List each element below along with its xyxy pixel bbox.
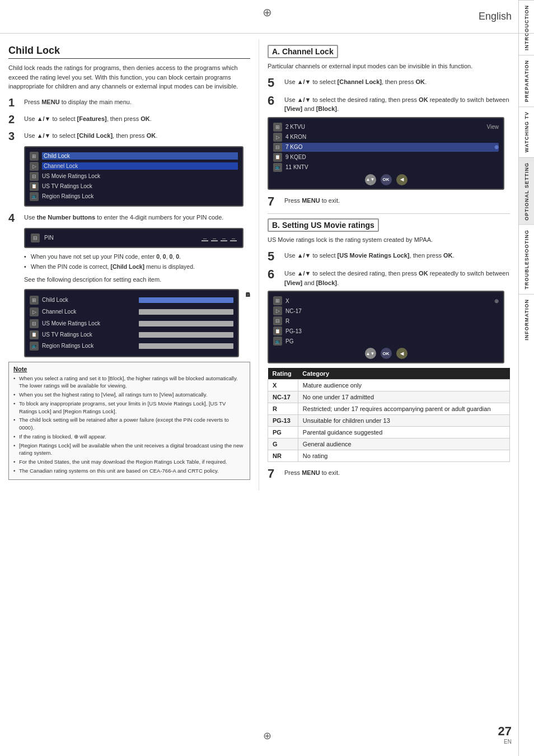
step-4: 4 Use the Number buttons to enter the 4-… [8,211,250,225]
note-box: Note When you select a rating and set it… [8,362,250,480]
header: ⊕ English [0,0,534,34]
us-movie-ratings-section: B. Setting US Movie ratings US Movie rat… [268,218,510,481]
note-title: Note [13,366,245,372]
step-7a-number: 7 [268,194,284,209]
pin-bullet-1: When you have not set up your PIN code, … [24,253,250,262]
category-nr: No rating [298,450,509,462]
table-row: NR No rating [268,450,510,462]
sidebar-tab-troubleshooting[interactable]: TROUBLESHOOTING [519,225,534,294]
step-1-text: Press MENU to display the main menu. [24,96,132,107]
us-movie-ratings-intro: US Movie ratings lock is the rating syst… [268,235,510,245]
step-4-text: Use the Number buttons to enter the 4-di… [24,211,223,222]
note-item-5: If the rating is blocked, ⊕ will appear. [13,433,245,441]
channel-lock-title: A. Channel Lock [268,45,338,58]
step-1: 1 Press MENU to display the main menu. [8,96,250,109]
note-item-3: To block any inappropriate programs, set… [13,400,245,416]
us-movie-step-5: 5 Use ▲/▼ to select [US Movie Ratings Lo… [268,249,510,264]
step-3-number: 3 [8,129,24,143]
bottom-compass-icon: ⊕ [263,730,271,742]
table-row: PG Parental guidance suggested [268,427,510,438]
main-content: Child Lock Child lock reads the ratings … [0,34,518,496]
us-step-6-number: 6 [268,267,284,282]
nav-button-2: ▲▼ [365,348,376,359]
channel-lock-section: A. Channel Lock Particular channels or e… [268,45,510,209]
category-pg: Parental guidance suggested [298,427,509,438]
note-item-7: For the United States, the unit may down… [13,458,245,466]
sidebar-tabs: INTRODUCTION PREPARATION WATCHING TV OPT… [518,0,534,756]
page-number: 27 [498,724,512,739]
us-step-7-text: Press MENU to exit. [284,466,340,478]
labeled-menu: ⊞ Child Lock A ▷ Channel Lock B ⊟ US Mov… [24,289,250,357]
step-2-text: Use ▲/▼ to select [Features], then press… [24,113,152,124]
rating-pg13: PG-13 [268,415,298,427]
step-6-text: Use ▲/▼ to select the desired rating, th… [284,94,510,114]
table-row: NC-17 No one under 17 admitted [268,391,510,403]
rating-header: Rating [268,368,298,380]
rating-x: X [268,380,298,391]
rating-g: G [268,438,298,450]
step-5-text: Use ▲/▼ to select [Channel Lock], then p… [284,76,427,87]
step-3: 3 Use ▲/▼ to select [Child Lock], then p… [8,129,250,143]
note-item-8: The Canadian rating systems on this unit… [13,467,245,475]
step-3-text: Use ▲/▼ to select [Child Lock], then pre… [24,129,157,141]
table-row: X Mature audience only [268,380,510,391]
us-step-5-text: Use ▲/▼ to select [US Movie Ratings Lock… [284,249,455,260]
us-movie-step-6: 6 Use ▲/▼ to select the desired rating, … [268,267,510,287]
category-g: General audience [298,438,509,450]
menu-mockup-1: ⊞ Child Lock ▷ Channel Lock ⊟ US Movie R… [24,146,243,207]
channel-lock-step-6: 6 Use ▲/▼ to select the desired rating, … [268,94,510,114]
category-pg13: Unsuitable for children under 13 [298,415,509,427]
channel-lock-intro: Particular channels or external input mo… [268,62,510,71]
rating-table: Rating Category X Mature audience only N… [268,368,510,462]
us-movie-menu-mockup: ⊞ X ⊕ ▷ NC-17 ⊟ R 📋 PG-13 📺 [268,291,504,363]
left-column: Child Lock Child lock reads the ratings … [0,39,259,491]
category-nc17: No one under 17 admitted [298,391,509,403]
back-button-2: ◀ [396,348,407,359]
page-info: 27 EN [498,724,512,745]
table-row: G General audience [268,438,510,450]
note-item-1: When you select a rating and set it to [… [13,375,245,390]
channel-lock-step-5: 5 Use ▲/▼ to select [Channel Lock], then… [268,76,510,90]
us-step-5-number: 5 [268,249,284,264]
category-x: Mature audience only [298,380,509,391]
compass-icon: ⊕ [263,6,272,19]
nav-button: ▲▼ [365,174,376,185]
step-1-number: 1 [8,96,24,109]
rating-nr: NR [268,450,298,462]
table-row: PG-13 Unsuitable for children under 13 [268,415,510,427]
back-button: ◀ [396,174,407,185]
sidebar-tab-watching-tv[interactable]: WATCHING TV [519,106,534,157]
pin-bullet-2: When the PIN code is correct, [Child Loc… [24,263,250,272]
sidebar-tab-information[interactable]: INFORMATION [519,294,534,345]
sidebar-tab-preparation[interactable]: PREPARATION [519,55,534,106]
pin-mockup: ⊟ PIN – – – – [24,228,243,248]
channel-lock-menu-mockup: ⊞ 2 KTVU View ▷ 4 KRON ⊟ 7 KGO ⊕ 📋 9 KQE… [268,117,504,190]
sidebar-tab-optional-setting[interactable]: OPTIONAL SETTING [519,157,534,225]
note-item-4: The child lock setting will be retained … [13,416,245,432]
us-step-6-text: Use ▲/▼ to select the desired rating, th… [284,267,510,287]
step-6-number: 6 [268,94,284,108]
us-movie-step-7: 7 Press MENU to exit. [268,466,510,481]
step-4-number: 4 [8,211,24,225]
right-column: A. Channel Lock Particular channels or e… [259,39,518,491]
category-header: Category [298,368,509,380]
category-r: Restricted; under 17 requires accompanyi… [298,403,509,415]
table-row: R Restricted; under 17 requires accompan… [268,403,510,415]
see-following-text: See the following description for settin… [24,275,250,284]
note-list: When you select a rating and set it to [… [13,375,245,475]
us-step-7-number: 7 [268,466,284,481]
ok-button-2: OK [381,348,392,359]
rating-r: R [268,403,298,415]
ok-button: OK [381,174,392,185]
step-2-number: 2 [8,113,24,126]
step-7a-text: Press MENU to exit. [284,194,340,206]
child-lock-title: Child Lock [8,45,250,59]
pin-bullets: When you have not set up your PIN code, … [24,253,250,272]
note-item-6: [Region Ratings Lock] will be available … [13,442,245,458]
step-2: 2 Use ▲/▼ to select [Features], then pre… [8,113,250,126]
step-5-number: 5 [268,76,284,90]
note-item-2: When you set the highest rating to [View… [13,391,245,399]
channel-lock-step-7: 7 Press MENU to exit. [268,194,510,209]
label-d: D [246,291,250,298]
page-code: EN [498,739,512,745]
